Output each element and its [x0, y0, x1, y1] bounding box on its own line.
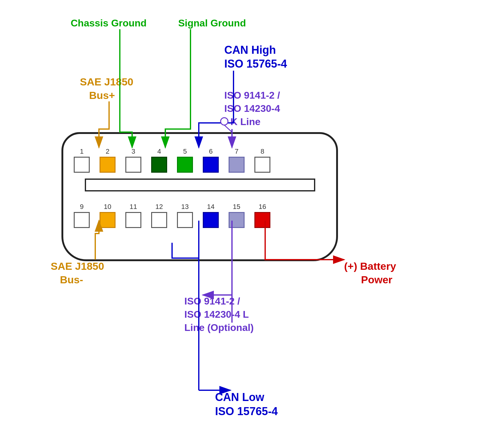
pin-10-number: 10: [104, 203, 111, 211]
pin-8-group: 8: [254, 147, 270, 173]
pin-6-box: [203, 157, 219, 173]
pin-8-box: [254, 157, 270, 173]
pin-13-group: 13: [177, 203, 193, 228]
sae-j1850-busminus-label1: SAE J1850: [51, 260, 104, 273]
can-high-iso-label: ISO 15765-4: [224, 57, 287, 71]
pin-14-box: [203, 212, 219, 228]
sae-j1850-busplus-label2: Bus+: [89, 89, 115, 102]
pin-4-number: 4: [157, 147, 161, 155]
pin-4-group: 4: [151, 147, 167, 173]
pin-9-group: 9: [74, 203, 90, 228]
pin-14-group: 14: [203, 203, 219, 228]
pin-4-box: [151, 157, 167, 173]
pin-7-group: 7: [229, 147, 245, 173]
pin-15-group: 15: [229, 203, 245, 228]
pin-5-box: [177, 157, 193, 173]
pin-10-group: 10: [100, 203, 116, 228]
pin-12-number: 12: [155, 203, 163, 211]
pin-12-group: 12: [151, 203, 167, 228]
can-low-label: CAN Low: [215, 390, 264, 404]
iso-kline-label1: ISO 9141-2 /: [224, 89, 280, 101]
pin-11-group: 11: [125, 203, 141, 228]
sae-j1850-busminus-label2: Bus-: [60, 273, 83, 286]
connector-middle-bar: [85, 179, 315, 191]
battery-power-label1: (+) Battery: [344, 260, 396, 273]
pin-1-number: 1: [80, 147, 84, 155]
pin-2-number: 2: [106, 147, 109, 155]
bottom-pin-row: 9 10 11 12 13 14 15 16: [74, 203, 270, 228]
pin-13-box: [177, 212, 193, 228]
iso-lline-label3: Line (Optional): [184, 321, 254, 334]
sae-j1850-busplus-label1: SAE J1850: [80, 75, 133, 88]
pin-2-group: 2: [100, 147, 116, 173]
pin-9-box: [74, 212, 90, 228]
pin-6-number: 6: [209, 147, 213, 155]
pin-1-box: [74, 157, 90, 173]
pin-1-group: 1: [74, 147, 90, 173]
pin-11-box: [125, 212, 141, 228]
signal-ground-label: Signal Ground: [178, 17, 246, 29]
svg-point-1: [221, 118, 228, 125]
can-high-label: CAN High: [224, 43, 276, 57]
pin-11-number: 11: [130, 203, 137, 211]
battery-power-label2: Power: [361, 273, 392, 286]
iso-kline-label2: ISO 14230-4: [224, 102, 280, 115]
pin-14-number: 14: [207, 203, 214, 211]
pin-3-box: [125, 157, 141, 173]
iso-lline-label2: ISO 14230-4 L: [184, 308, 249, 320]
pin-13-number: 13: [181, 203, 189, 211]
pin-16-group: 16: [254, 203, 270, 228]
pin-3-group: 3: [125, 147, 141, 173]
pin-16-box: [254, 212, 270, 228]
top-pin-row: 1 2 3 4 5 6 7 8: [74, 147, 270, 173]
pin-5-group: 5: [177, 147, 193, 173]
pin-16-number: 16: [259, 203, 266, 211]
pin-5-number: 5: [183, 147, 187, 155]
can-low-iso-label: ISO 15765-4: [215, 404, 278, 418]
pin-10-box: [100, 212, 116, 228]
pin-6-group: 6: [203, 147, 219, 173]
iso-kline-label3: K Line: [230, 116, 261, 128]
pin-8-number: 8: [261, 147, 264, 155]
pin-3-number: 3: [132, 147, 135, 155]
pin-9-number: 9: [80, 203, 84, 211]
chassis-ground-label: Chassis Ground: [71, 17, 147, 29]
pin-7-number: 7: [235, 147, 238, 155]
pin-7-box: [229, 157, 245, 173]
iso-lline-label1: ISO 9141-2 /: [184, 295, 240, 307]
pin-15-box: [229, 212, 245, 228]
pin-15-number: 15: [233, 203, 240, 211]
pin-12-box: [151, 212, 167, 228]
diagram-container: Chassis Ground Signal Ground CAN High IS…: [0, 0, 479, 448]
pin-2-box: [100, 157, 116, 173]
